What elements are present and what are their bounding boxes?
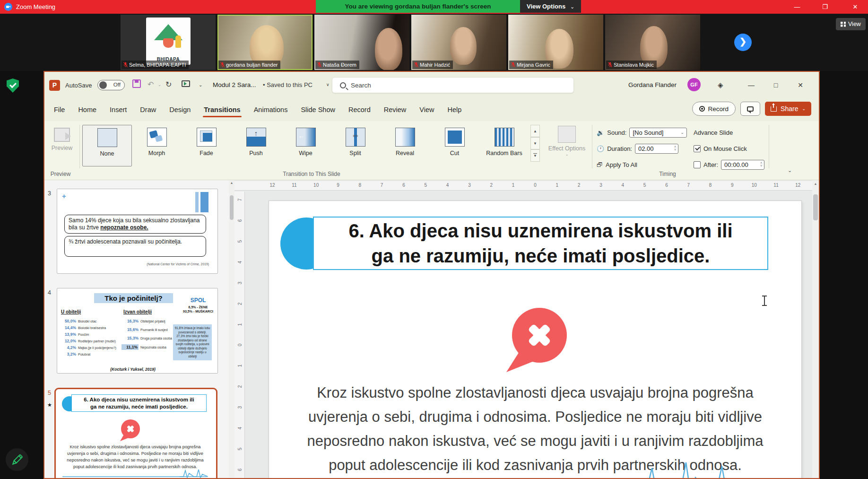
document-title[interactable]: Modul 2 Sara... <box>213 81 256 88</box>
view-options-button[interactable]: View Options⌄ <box>520 0 581 13</box>
gallery-more-button[interactable]: ▼ <box>530 149 540 162</box>
zoom-restore-button[interactable]: ❐ <box>814 0 836 14</box>
avatar[interactable]: GF <box>687 78 701 91</box>
copilot-gem-icon[interactable]: ◈ <box>718 81 723 89</box>
after-spinner[interactable]: 00:00.00 ˄˅ <box>721 160 764 170</box>
effect-options-icon <box>558 126 576 143</box>
thumb-citation: (Kocturk i Yuksel, 2019) <box>86 367 180 372</box>
ppt-minimize-button[interactable]: — <box>740 72 762 98</box>
zoom-minimize-button[interactable]: — <box>786 0 808 14</box>
main-scrollbar-thumb[interactable] <box>813 194 818 220</box>
tab-home[interactable]: Home <box>71 102 103 117</box>
tab-view[interactable]: View <box>413 102 441 117</box>
transition-reveal[interactable]: Reveal <box>380 125 430 166</box>
pencil-icon <box>6 448 28 471</box>
user-name[interactable]: Gordana Flander <box>628 81 677 88</box>
ppt-close-button[interactable]: ✕ <box>790 72 811 98</box>
muted-mic-icon <box>317 62 321 68</box>
tab-design[interactable]: Design <box>163 102 197 117</box>
save-button[interactable] <box>132 79 141 88</box>
ppt-maximize-button[interactable]: □ <box>765 72 787 98</box>
ruler-number: 2 <box>488 183 495 188</box>
panel-scrollbar[interactable]: ▲ <box>229 180 234 478</box>
duration-spinner[interactable]: 02.00 ˄˅ <box>635 144 678 154</box>
main-scrollbar[interactable]: ▲ <box>812 180 819 478</box>
slide-thumbnail-3[interactable]: + Samo 14% djece koja su bila seksualno … <box>57 189 218 274</box>
security-shield-icon[interactable] <box>7 78 19 93</box>
undo-button[interactable]: ↶ <box>148 80 154 89</box>
ruler-number: 4 <box>237 257 243 267</box>
search-input[interactable]: Search <box>332 77 574 93</box>
view-layout-button[interactable]: View <box>836 18 866 30</box>
on-mouse-click-option[interactable]: On Mouse Click <box>694 143 747 154</box>
participant-tile[interactable]: Stanislava Mujkic <box>605 15 700 70</box>
transition-cut[interactable]: Cut <box>430 125 479 166</box>
saved-status-chevron-icon[interactable]: ∨ <box>326 82 330 87</box>
gallery-scroll-up-button[interactable]: ▲ <box>530 125 540 137</box>
next-participants-button[interactable]: ❯ <box>734 34 752 51</box>
share-button[interactable]: Share ⌄ <box>765 102 811 116</box>
ribbon-tab-row: File Home Insert Draw Design Transitions… <box>44 98 819 121</box>
tab-draw[interactable]: Draw <box>133 102 163 117</box>
start-slideshow-button[interactable] <box>182 80 190 87</box>
participant-name-text: Nataša Đorem <box>323 61 356 69</box>
participant-tile[interactable]: Nataša Đorem <box>314 15 409 70</box>
after-checkbox[interactable] <box>694 161 701 168</box>
muted-mic-icon <box>123 62 128 68</box>
participant-tile-active-speaker[interactable]: gordana buljan flander <box>217 15 312 70</box>
zoom-close-button[interactable]: ✕ <box>844 0 866 14</box>
sound-label: Sound: <box>607 129 626 136</box>
collapse-ribbon-chevron-icon[interactable]: ⌄ <box>788 167 792 174</box>
slide-thumbnail-5-selected[interactable]: 6. Ako djeca nisu uznemirena iskustvom i… <box>54 388 217 478</box>
tab-help[interactable]: Help <box>441 102 468 117</box>
spinner-arrows-icon[interactable]: ˄˅ <box>760 162 762 167</box>
redo-button[interactable]: ↻ <box>165 80 172 89</box>
sound-dropdown[interactable]: [No Sound] ⌄ <box>629 128 687 138</box>
bhidapa-logo-heart <box>163 38 174 48</box>
slide-thumbnail-4[interactable]: Tko je počinitelj? SPOL 6,5% - ŽENE 93,5… <box>57 288 218 374</box>
tab-transitions[interactable]: Transitions <box>197 102 247 117</box>
main-scroll-up-icon[interactable]: ▲ <box>812 182 819 185</box>
spinner-arrows-icon[interactable]: ˄˅ <box>674 146 676 151</box>
transition-cut-icon <box>445 128 465 147</box>
preview-button[interactable]: Preview <box>48 126 76 164</box>
record-button[interactable]: Record <box>692 102 736 116</box>
slide-title[interactable]: 6. Ako djeca nisu uznemirena iskustvom i… <box>313 217 768 270</box>
after-option[interactable]: After: 00:00.00 ˄˅ <box>694 159 764 170</box>
autosave-toggle[interactable]: Off <box>97 80 125 90</box>
tab-slide-show[interactable]: Slide Show <box>294 102 342 117</box>
transition-push[interactable]: Push <box>231 125 281 166</box>
horizontal-ruler: 1211109876543210123456789101112 <box>234 181 819 191</box>
transition-none[interactable]: None <box>82 125 132 166</box>
gallery-scroll-down-button[interactable]: ▼ <box>530 137 540 149</box>
comments-button[interactable] <box>740 102 760 116</box>
annotate-pencil-button[interactable] <box>6 448 28 471</box>
tab-animations[interactable]: Animations <box>247 102 295 117</box>
wrong-bubble-icon <box>496 306 576 376</box>
transition-wipe[interactable]: Wipe <box>281 125 330 166</box>
undo-chevron-icon[interactable]: ⌄ <box>158 83 161 87</box>
participant-tile[interactable]: BHIDAPA Selma, BHIDAPA-EAPTI <box>121 15 216 70</box>
tab-insert[interactable]: Insert <box>103 102 133 117</box>
tab-review[interactable]: Review <box>377 102 413 117</box>
apply-to-all-button[interactable]: 🗗 Apply To All <box>597 159 637 170</box>
transition-random-bars[interactable]: Random Bars <box>479 125 529 166</box>
saved-status[interactable]: • Saved to this PC <box>263 81 312 88</box>
ppt-titlebar: P AutoSave Off ↶ ⌄ ↻ ⌄ Modul 2 Sara... •… <box>44 72 819 98</box>
panel-scrollbar-thumb[interactable] <box>230 195 234 220</box>
slide-canvas[interactable]: 6. Ako djeca nisu uznemirena iskustvom i… <box>269 201 801 478</box>
tab-record[interactable]: Record <box>342 102 377 117</box>
transition-split[interactable]: Split <box>330 125 380 166</box>
quick-access-chevron-icon[interactable]: ⌄ <box>199 82 202 87</box>
panel-scroll-up-icon[interactable]: ▲ <box>229 181 234 184</box>
participant-tile[interactable]: Mirjana Gavric <box>508 15 603 70</box>
transition-morph[interactable]: Morph <box>132 125 182 166</box>
dropdown-chevron-icon: ⌄ <box>681 131 684 135</box>
tab-file[interactable]: File <box>47 102 71 117</box>
transition-fade[interactable]: Fade <box>182 125 231 166</box>
transition-fade-icon <box>197 128 217 147</box>
participant-tile[interactable]: Mahir Hadzić <box>411 15 506 70</box>
on-mouse-click-checkbox[interactable] <box>694 145 701 152</box>
effect-options-button[interactable]: Effect Options ⌄ <box>547 126 587 157</box>
share-chevron-icon: ⌄ <box>802 106 806 111</box>
